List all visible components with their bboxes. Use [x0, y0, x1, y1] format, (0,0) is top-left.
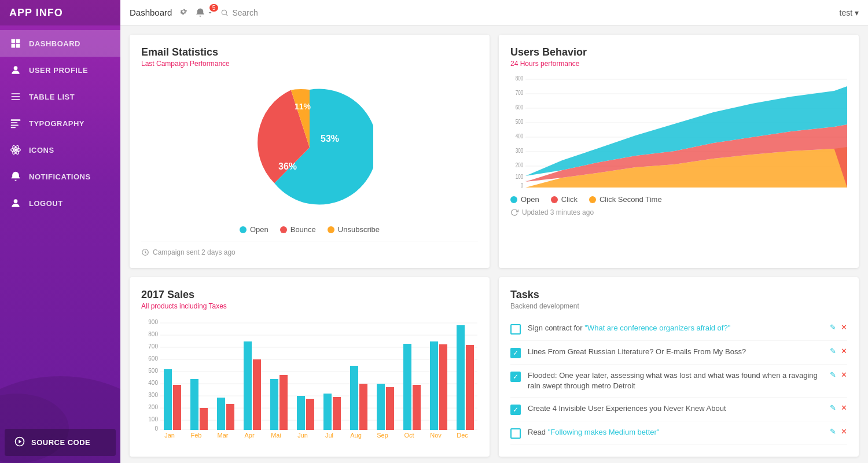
users-behavior-title: Users Behavior [510, 46, 847, 58]
typography-icon [9, 117, 22, 130]
svg-text:800: 800 [516, 75, 524, 82]
task-delete-1[interactable]: ✕ [841, 323, 847, 332]
task-checkbox-4[interactable]: ✓ [510, 405, 521, 415]
svg-text:53%: 53% [321, 134, 339, 144]
task-delete-4[interactable]: ✕ [841, 403, 847, 412]
task-text-2: Lines From Great Russian Literature? Or … [528, 347, 823, 357]
sidebar-item-notifications[interactable]: NOTIFICATIONS [0, 163, 120, 190]
bar-chart: 900 800 700 600 500 400 300 200 100 0 [141, 317, 478, 433]
svg-text:Jun: Jun [297, 432, 308, 439]
source-code-button[interactable]: SOURCE CODE [5, 429, 116, 456]
pie-legend: Open Bounce Unsubscribe [141, 225, 478, 234]
tasks-title: Tasks [510, 289, 847, 301]
refresh-icon [510, 208, 518, 216]
legend-open: Open [240, 225, 269, 234]
user-menu[interactable]: test ▾ [840, 8, 859, 17]
sidebar-item-table-list[interactable]: TABLE LIST [0, 83, 120, 110]
sidebar-item-profile-label: USER PROFILE [29, 66, 88, 75]
task-actions-2: ✎ ✕ [830, 347, 847, 355]
task-text-4: Create 4 Invisible User Experiences you … [528, 403, 823, 414]
sidebar-item-icons[interactable]: ICONS [0, 137, 120, 163]
svg-text:Nov: Nov [430, 432, 442, 439]
area-chart: 800 700 600 500 400 300 200 100 0 [510, 75, 847, 190]
task-edit-5[interactable]: ✎ [830, 427, 836, 436]
svg-rect-79 [244, 341, 252, 430]
behavior-legend-click: Click [551, 195, 578, 204]
task-edit-2[interactable]: ✎ [830, 347, 836, 355]
task-actions-3: ✎ ✕ [830, 370, 847, 379]
tasks-subtitle: Backend development [510, 302, 847, 310]
task-delete-5[interactable]: ✕ [841, 427, 847, 436]
behavior-click2-label: Click Second Time [599, 195, 662, 204]
sidebar-nav: DASHBOARD USER PROFILE TABLE LIST TYPOGR… [0, 25, 120, 422]
topbar-settings-icon[interactable] [179, 7, 188, 19]
task-checkbox-1[interactable] [510, 324, 521, 335]
svg-rect-0 [12, 39, 16, 43]
svg-text:11%: 11% [295, 102, 311, 111]
svg-rect-91 [403, 344, 411, 430]
sidebar-item-notifications-label: NOTIFICATIONS [29, 172, 91, 181]
svg-rect-10 [11, 125, 19, 126]
svg-text:200: 200 [148, 404, 158, 410]
bar-chart-svg: 900 800 700 600 500 400 300 200 100 0 [141, 317, 478, 439]
svg-rect-92 [413, 385, 421, 430]
sidebar-item-icons-label: ICONS [29, 146, 54, 155]
sidebar-item-typography-label: TYPOGRAPHY [29, 119, 84, 128]
svg-rect-74 [173, 385, 181, 430]
svg-text:800: 800 [148, 331, 158, 337]
sidebar-item-table-label: TABLE LIST [29, 93, 75, 101]
svg-text:36%: 36% [278, 161, 297, 171]
task-edit-1[interactable]: ✎ [830, 323, 836, 332]
task-edit-3[interactable]: ✎ [830, 370, 836, 379]
users-behavior-card: Users Behavior 24 Hours performance 800 … [499, 35, 859, 268]
svg-point-16 [14, 199, 18, 203]
sidebar-item-logout[interactable]: LOGOUT [0, 190, 120, 216]
svg-rect-87 [350, 366, 358, 430]
task-text-1: Sign contract for "What are conference o… [528, 323, 823, 333]
behavior-click-label: Click [561, 195, 578, 204]
legend-unsubscribe: Unsubscribe [328, 225, 380, 234]
bounce-dot [280, 226, 287, 233]
task-checkbox-5[interactable] [510, 428, 521, 439]
sidebar-item-typography[interactable]: TYPOGRAPHY [0, 110, 120, 137]
svg-rect-95 [457, 325, 465, 430]
task-checkbox-2[interactable]: ✓ [510, 348, 521, 358]
logout-icon [9, 197, 22, 210]
svg-rect-6 [12, 96, 20, 97]
users-behavior-subtitle: 24 Hours performance [510, 60, 847, 68]
task-text-5: Read "Following makes Medium better" [528, 427, 823, 438]
svg-point-19 [222, 10, 227, 14]
behavior-open-label: Open [521, 195, 539, 204]
task-link-1[interactable]: "What are conference organizers afraid o… [584, 324, 730, 332]
search-area[interactable]: Search [220, 8, 258, 17]
svg-text:300: 300 [148, 392, 158, 398]
svg-text:700: 700 [148, 343, 158, 350]
email-stats-footer-text: Campaign sent 2 days ago [153, 248, 236, 256]
task-item-1: Sign contract for "What are conference o… [510, 317, 847, 341]
svg-rect-7 [12, 99, 20, 100]
atom-icon [9, 144, 22, 156]
legend-open-label: Open [250, 225, 269, 234]
svg-rect-85 [323, 394, 332, 430]
svg-rect-11 [11, 127, 16, 128]
pie-chart-container: 53% 36% 11% [141, 75, 478, 221]
task-checkbox-3[interactable]: ✓ [510, 372, 521, 382]
svg-rect-90 [386, 387, 394, 430]
task-delete-2[interactable]: ✕ [841, 347, 847, 355]
task-delete-3[interactable]: ✕ [841, 370, 847, 379]
svg-text:Oct: Oct [404, 432, 414, 439]
behavior-footer-text: Updated 3 minutes ago [522, 208, 594, 216]
svg-rect-96 [466, 345, 474, 430]
sidebar-item-dashboard[interactable]: DASHBOARD [0, 30, 120, 57]
task-edit-4[interactable]: ✎ [830, 403, 836, 412]
task-link-5[interactable]: "Following makes Medium better" [548, 428, 660, 436]
notification-badge[interactable]: 5 [195, 8, 214, 18]
email-stats-footer: Campaign sent 2 days ago [141, 241, 478, 256]
sidebar-item-logout-label: LOGOUT [29, 199, 63, 208]
sidebar-item-user-profile[interactable]: USER PROFILE [0, 57, 120, 83]
svg-rect-81 [270, 379, 278, 430]
svg-text:Jan: Jan [164, 432, 175, 439]
pie-chart: 53% 36% 11% [246, 84, 373, 211]
svg-text:200: 200 [516, 161, 524, 168]
task-actions-1: ✎ ✕ [830, 323, 847, 332]
